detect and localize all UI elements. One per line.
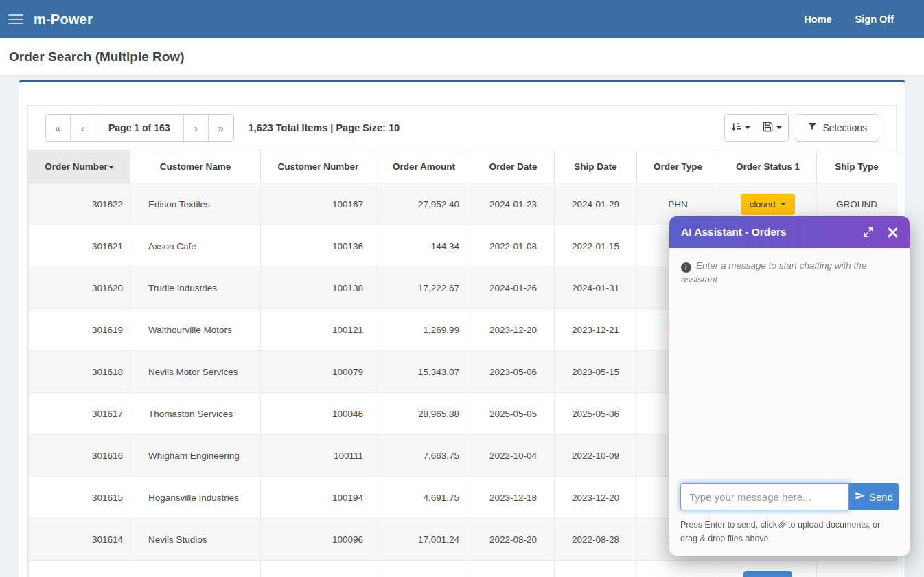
cell-customer-name: Whigham Engineering [130, 435, 261, 477]
cell-order-amount: 144.34 [376, 225, 472, 267]
cell-order-number: 301620 [29, 267, 130, 309]
cell-ship-date: 2025-05-06 [555, 393, 637, 435]
expand-icon[interactable] [863, 227, 874, 238]
cell-order-date: 2022-08-20 [472, 519, 555, 561]
ai-assistant-header[interactable]: AI Assistant - Orders [669, 216, 910, 248]
paperclip-icon [778, 520, 787, 529]
cell-order-number: 301619 [29, 309, 130, 351]
save-icon [763, 122, 773, 134]
cell-customer-number: 100111 [261, 435, 376, 477]
column-header-ship-type[interactable]: Ship Type [817, 150, 897, 183]
cell-ship-date: 2022-01-15 [555, 225, 637, 267]
send-label: Send [869, 491, 893, 503]
cell-order-date: 2022-01-08 [472, 225, 555, 267]
chat-message-input[interactable] [680, 483, 849, 510]
cell-customer-number: 100046 [261, 393, 376, 435]
column-header-order-type[interactable]: Order Type [637, 150, 719, 183]
column-header-customer-number[interactable]: Customer Number [261, 150, 376, 183]
cell-ship-date: 2022-10-09 [555, 435, 637, 477]
page-indicator: Page 1 of 163 [95, 115, 184, 141]
assistant-input-row: Send [669, 483, 910, 510]
cell-customer-number: 100079 [261, 351, 376, 393]
cell-order-date: 2023-05-06 [472, 351, 555, 393]
cell-order-amount: 1,269.99 [376, 309, 472, 351]
cell-customer-name: Trudie Industries [130, 267, 261, 309]
cell-order-date: 2023-12-20 [472, 309, 555, 351]
navbar-links: Home Sign Off [797, 10, 910, 29]
cell-order-number: 301615 [29, 477, 130, 519]
total-items-summary: 1,623 Total Items | Page Size: 10 [249, 122, 400, 133]
next-page-button[interactable]: › [184, 115, 209, 141]
chevron-down-icon [776, 126, 782, 129]
menu-icon[interactable] [8, 14, 23, 24]
cell-order-number: 301617 [29, 393, 130, 435]
cell-ship-date: 2022-08-28 [555, 519, 637, 561]
column-header-order-date[interactable]: Order Date [472, 150, 555, 183]
last-page-button[interactable]: » [209, 115, 233, 141]
nav-signoff-link[interactable]: Sign Off [848, 10, 901, 29]
page-title: Order Search (Multiple Row) [9, 49, 184, 65]
toolbar-actions: Selections [724, 114, 879, 142]
cell-order-amount: 27,952.40 [376, 183, 472, 225]
selections-button[interactable]: Selections [796, 114, 879, 142]
cell-order-date: 2022-10-04 [472, 435, 555, 477]
column-header-ship-date[interactable]: Ship Date [555, 150, 637, 183]
first-page-button[interactable]: « [46, 115, 71, 141]
brand-title: m-Power [34, 12, 93, 27]
cell-order-number: 301621 [29, 225, 130, 267]
cell-order-amount: 4,691.75 [376, 477, 472, 519]
cell-ship-date: 2023-05-15 [555, 351, 637, 393]
cell-order-amount: 17,222.67 [376, 267, 472, 309]
column-header-order-status[interactable]: Order Status 1 [719, 150, 817, 183]
cell-ship-date: 2023-12-21 [555, 309, 637, 351]
filter-icon [808, 122, 817, 133]
pagination-control: « ‹ Page 1 of 163 › » [45, 114, 234, 142]
assistant-empty-message: iEnter a message to start chatting with … [681, 259, 898, 287]
table-header: Order Number Customer Name Customer Numb… [29, 150, 897, 183]
cell-order-type: EDI [637, 561, 719, 577]
cell-ship-date: 2025-09-13 [555, 561, 637, 577]
selections-label: Selections [822, 122, 867, 133]
cell-customer-number: 100194 [261, 477, 376, 519]
cell-customer-name: Nevils Studios [130, 519, 261, 561]
column-header-order-number[interactable]: Order Number [29, 150, 130, 183]
paper-plane-icon [855, 490, 865, 503]
cell-order-number: 301613 [29, 561, 130, 577]
column-header-order-amount[interactable]: Order Amount [376, 150, 472, 183]
cell-order-amount: 7,663.75 [376, 435, 472, 477]
cell-customer-number: 100138 [261, 267, 376, 309]
cell-order-date: 2024-01-23 [472, 183, 555, 225]
save-dropdown-button[interactable] [756, 115, 788, 141]
cell-customer-number: 100136 [261, 225, 376, 267]
cell-order-amount: 15,343.07 [376, 351, 472, 393]
cell-ship-date: 2024-01-29 [555, 183, 637, 225]
prev-page-button[interactable]: ‹ [71, 115, 95, 141]
cell-order-number: 301618 [29, 351, 130, 393]
cell-customer-number: 100167 [261, 183, 376, 225]
cell-order-number: 301622 [29, 183, 130, 225]
status-dropdown-badge[interactable]: open [743, 571, 792, 577]
cell-order-amount: 13,426.35 [376, 561, 472, 577]
cell-order-amount: 17,001.24 [376, 519, 472, 561]
cell-ship-date: 2023-12-20 [555, 477, 637, 519]
status-dropdown-badge[interactable]: closed [741, 194, 796, 215]
sort-save-button-group [724, 114, 789, 142]
info-icon: i [681, 262, 691, 273]
column-header-customer-name[interactable]: Customer Name [130, 150, 261, 183]
sort-dropdown-button[interactable] [725, 115, 756, 141]
table-row[interactable]: 301613 Alma Textiles 100207 13,426.35 20… [29, 561, 897, 577]
chevron-down-icon [745, 126, 750, 129]
cell-order-status: open [719, 561, 817, 577]
cell-customer-name: Axson Cafe [130, 225, 261, 267]
cell-customer-name: Walthourville Motors [130, 309, 261, 351]
sort-desc-icon [108, 166, 114, 169]
cell-order-amount: 28,965.88 [376, 393, 472, 435]
send-button[interactable]: Send [849, 483, 899, 510]
nav-home-link[interactable]: Home [797, 10, 838, 29]
close-icon[interactable] [888, 227, 898, 238]
ai-assistant-messages: iEnter a message to start chatting with … [669, 248, 910, 483]
page-header: Order Search (Multiple Row) [0, 38, 924, 76]
cell-customer-number: 100207 [261, 561, 376, 577]
cell-order-date: 2025-05-05 [472, 393, 555, 435]
cell-order-number: 301614 [29, 519, 130, 561]
